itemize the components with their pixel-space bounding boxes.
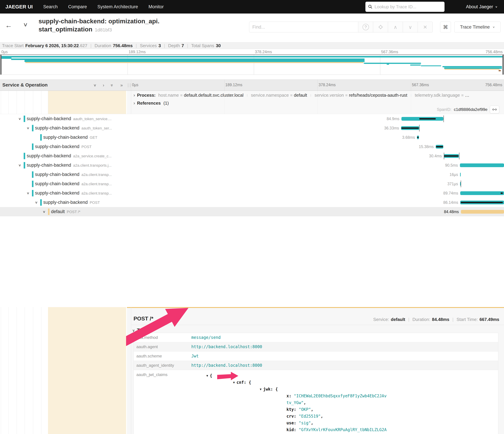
chevron-down-icon[interactable]: ∨ (18, 117, 21, 121)
triangle-down-icon[interactable]: ▼ (233, 381, 235, 384)
span-row-4[interactable]: supply-chain-backendPOST15.38ms (0, 142, 504, 151)
json-token: kid (287, 427, 294, 432)
span-row-7[interactable]: supply-chain-backenda2a.client.transp...… (0, 170, 504, 179)
find-input[interactable] (249, 22, 358, 32)
service-color-marker (40, 199, 42, 206)
span-row-5[interactable]: supply-chain-backenda2a_service.create_c… (0, 151, 504, 161)
span-service-name[interactable]: supply-chain-backenda2a.client.transp... (35, 172, 112, 177)
collapse-all-icon[interactable]: » (109, 84, 115, 86)
triangle-down-icon[interactable]: ▼ (206, 374, 208, 377)
trace-view-dropdown[interactable]: Trace Timeline ∨ (454, 22, 501, 32)
span-row-9[interactable]: ∨supply-chain-backenda2a.client.transp..… (0, 189, 504, 198)
column-resize-grip[interactable] (128, 83, 130, 87)
trace-title[interactable]: supply-chain-backend: optimization_api. … (38, 17, 159, 34)
span-service-name[interactable]: supply-chain-backenda2a_service.create_c… (27, 153, 112, 159)
tag-row-aauth_agent_identity[interactable]: aauth_agent_identityhttp://backend.local… (134, 361, 498, 370)
keyboard-shortcuts-button[interactable]: ⌘ (440, 22, 451, 32)
span-duration-label: 16µs (450, 172, 458, 177)
nav-item-search[interactable]: Search (43, 4, 58, 9)
span-service-name[interactable]: supply-chain-backendaauth_token_service.… (27, 116, 112, 121)
expand-one-icon[interactable]: › (103, 83, 104, 88)
timeline-column-header: Service & Operation ∨ › » » 0µs189.12ms3… (0, 80, 504, 91)
meta-value: 667.49ms (479, 317, 499, 322)
span-duration-bar[interactable] (460, 173, 461, 176)
indent-guide (8, 91, 9, 114)
chevron-down-icon[interactable]: ∨ (35, 201, 38, 204)
references-count: (1) (163, 100, 169, 106)
nav-item-system-architecture[interactable]: System Architecture (97, 4, 138, 9)
span-operation-name: POST (90, 200, 100, 205)
minimap-canvas[interactable] (0, 54, 504, 75)
span-row-1[interactable]: ∨supply-chain-backendaauth_token_service… (0, 114, 504, 123)
service-color-marker (24, 153, 25, 159)
minimap-span-bar (365, 63, 421, 64)
span-detail-pane: POST /* Service:default|Duration:84.48ms… (0, 307, 504, 434)
span-service-name[interactable]: supply-chain-backenda2a.client.transport… (27, 163, 112, 168)
chevron-down-icon[interactable]: ∨ (27, 191, 30, 195)
tag-row-aauth.scheme[interactable]: aauth.schemeJwt (134, 352, 498, 361)
service-color-marker (48, 208, 50, 215)
expand-all-icon[interactable]: » (120, 83, 123, 88)
viewport-scrubber-left[interactable] (0, 55, 1, 74)
span-row-2[interactable]: ∨supply-chain-backendaauth_token_ser...3… (0, 123, 504, 133)
chevron-down-icon: ∨ (132, 328, 135, 333)
minimap-span-bar (25, 62, 363, 63)
tag-row-a2a.method[interactable]: a2a.methodmessage/send (134, 333, 498, 342)
chevron-down-icon[interactable]: ∨ (18, 163, 21, 167)
clear-find-button[interactable]: ✕ (418, 22, 433, 32)
span-service-name[interactable]: supply-chain-backendPOST (35, 144, 92, 149)
focus-span-button[interactable] (373, 22, 388, 32)
span-service-name[interactable]: supply-chain-backenda2a.client.transp... (35, 181, 112, 186)
span-service-name[interactable]: defaultPOST /* (51, 209, 80, 214)
triangle-down-icon[interactable]: ▼ (260, 388, 261, 391)
chevron-down-icon[interactable]: ∨ (43, 210, 46, 214)
divider: | (310, 94, 311, 97)
divider (131, 325, 504, 325)
tag-row-aauth.agent[interactable]: aauth.agenthttp://backend.localhost:8000 (134, 342, 498, 352)
next-result-button[interactable]: ∨ (403, 22, 418, 32)
span-row-6[interactable]: ∨supply-chain-backenda2a.client.transpor… (0, 161, 504, 170)
span-row-10[interactable]: ∨supply-chain-backendPOST86.14ms (0, 198, 504, 207)
find-help-button[interactable]: ? (358, 22, 373, 32)
span-service-name[interactable]: supply-chain-backendaauth_token_ser... (35, 125, 112, 131)
process-summary-row[interactable]: ›Process:host.name=default.default.svc.c… (134, 93, 469, 98)
minimap-span-bar (421, 65, 441, 66)
trace-id-short: 1d81bf3 (95, 27, 112, 32)
prev-result-button[interactable]: ∧ (388, 22, 403, 32)
tags-section-toggle[interactable]: ∨Tags (132, 328, 147, 333)
json-line: tv_YGw", (191, 399, 387, 406)
span-service-name[interactable]: supply-chain-backendGET (43, 135, 97, 140)
nav-item-monitor[interactable]: Monitor (148, 4, 164, 9)
collapse-header-chevron-icon[interactable]: ∨ (23, 21, 28, 28)
span-duration-bar[interactable] (460, 163, 504, 167)
nav-menu: SearchCompareSystem ArchitectureMonitor (33, 4, 164, 9)
span-row-11[interactable]: ∨defaultPOST /*84.48ms (0, 207, 504, 216)
indent-guide (25, 307, 25, 434)
span-duration-bar[interactable] (460, 191, 504, 195)
span-id-label: SpanID: (437, 107, 451, 112)
trace-lookup-box[interactable] (365, 2, 444, 12)
references-row[interactable]: ›References(1) (134, 100, 169, 106)
span-row-3[interactable]: supply-chain-backendGET3.68ms (0, 133, 504, 142)
chevron-down-icon[interactable]: ∨ (27, 126, 30, 130)
span-service-name[interactable]: supply-chain-backendPOST (43, 200, 100, 205)
span-service-name[interactable]: supply-chain-backenda2a.client.transp... (35, 190, 112, 196)
copy-link-button[interactable] (490, 106, 499, 113)
trace-lookup-input[interactable] (375, 4, 442, 9)
collapse-one-icon[interactable]: ∨ (93, 83, 97, 87)
trace-title-line2: start_optimization1d81bf3 (38, 25, 159, 34)
json-line: kid: "GfXvYKvlrKFouvKRPuAglRY_tbNbILZLG2… (191, 426, 387, 433)
app-logo[interactable]: JAEGER UI (5, 4, 33, 10)
minimap-ruler: 0µs189.12ms378.24ms567.36ms756.48ms (0, 49, 504, 54)
nav-item-compare[interactable]: Compare (68, 4, 87, 9)
json-line: i2MwizmU" (191, 433, 387, 434)
tag-row-aauth_jwt_claims[interactable]: aauth_jwt_claims▼{▼cnf: {▼jwk: {x: "ICHE… (134, 370, 498, 434)
service-color-marker (40, 134, 42, 141)
span-operation-name: a2a_service.create_c... (73, 154, 112, 158)
span-row-8[interactable]: supply-chain-backenda2a.client.transp...… (0, 179, 504, 189)
span-duration-bar[interactable] (461, 210, 504, 214)
back-arrow-icon[interactable]: ← (5, 21, 12, 29)
viewport-scrubber-right[interactable] (503, 55, 504, 74)
trace-header: ← ∨ supply-chain-backend: optimization_a… (0, 14, 504, 42)
about-jaeger-menu[interactable]: About Jaeger ∨ (466, 0, 498, 14)
